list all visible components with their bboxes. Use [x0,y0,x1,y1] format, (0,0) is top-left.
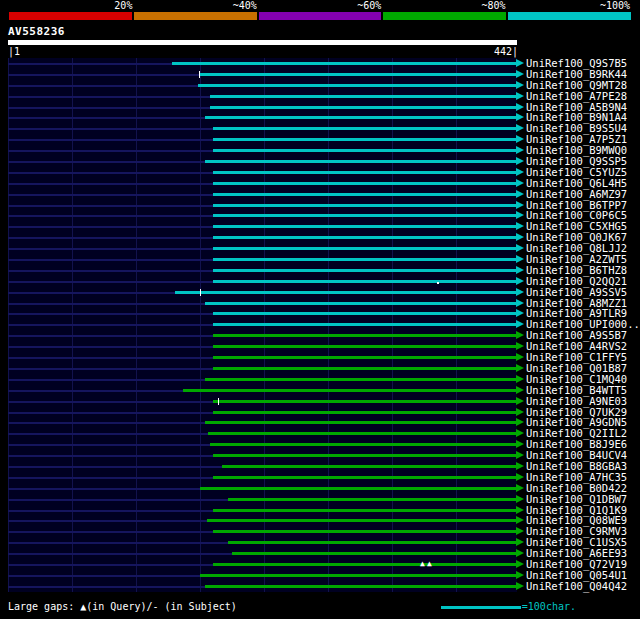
arrowhead-icon [516,299,524,307]
alignment-bar[interactable] [213,312,517,315]
gap-dot [437,282,439,284]
alignment-bar[interactable] [213,280,517,283]
scale-legend-bar [441,606,521,609]
alignment-bar[interactable] [213,356,517,359]
alignment-bar[interactable] [175,291,517,294]
alignment-bar[interactable] [205,585,517,588]
arrowhead-icon [516,124,524,132]
scale-label: ~60% [258,1,382,11]
alignment-row: UniRef100_A9NE03 [8,396,640,407]
arrowhead-icon [516,320,524,328]
alignment-bar[interactable] [213,247,517,250]
arrowhead-icon [516,135,524,143]
alignment-bar[interactable] [222,465,517,468]
alignment-id-label[interactable]: UniRef100_Q1DBW7 [526,494,627,505]
scale-legend: =100char. [441,601,576,613]
alignment-bar[interactable] [228,498,517,501]
alignment-bar[interactable] [200,487,517,490]
alignment-id-label[interactable]: UniRef100_A9NE03 [526,396,627,407]
alignment-bar[interactable] [205,116,517,119]
alignment-bar[interactable] [213,182,517,185]
alignment-bar[interactable] [213,454,517,457]
arrowhead-icon [516,353,524,361]
alignment-bar[interactable] [213,236,517,239]
arrowhead-icon [516,288,524,296]
alignment-bar[interactable] [213,476,517,479]
alignment-bar[interactable] [232,552,517,555]
alignment-bar[interactable] [213,149,517,152]
gaps-legend-label: Large gaps: ▲(in Query)/- (in Subject) [8,601,237,613]
alignment-bar[interactable] [205,378,517,381]
alignment-bar[interactable] [210,443,517,446]
arrowhead-icon [516,92,524,100]
scale-labels: 20%~40%~60%~80%~100% [9,1,631,11]
alignment-bar[interactable] [199,73,517,76]
alignment-bar[interactable] [208,432,517,435]
arrowhead-icon [516,81,524,89]
alignment-bar[interactable] [213,204,517,207]
alignment-bar[interactable] [210,95,517,98]
alignment-bar[interactable] [213,127,517,130]
alignment-bar[interactable] [210,106,517,109]
scale-label: ~100% [507,1,631,11]
status-bar: Large gaps: ▲(in Query)/- (in Subject) =… [8,601,632,613]
arrowhead-icon [516,440,524,448]
alignment-bar[interactable] [205,160,517,163]
alignment-bar[interactable] [213,193,517,196]
alignment-bar[interactable] [213,563,517,566]
alignment-bar[interactable] [228,541,517,544]
arrowhead-icon [516,516,524,524]
arrowhead-icon [516,462,524,470]
alignment-bar[interactable] [172,62,517,65]
blast-alignment-overview: 20%~40%~60%~80%~100% AV558236 |1 442| Un… [0,0,640,619]
arrowhead-icon [516,309,524,317]
alignment-bar[interactable] [183,389,517,392]
scale-bar [9,12,631,20]
arrowhead-icon [516,408,524,416]
arrowhead-icon [516,190,524,198]
alignment-bar[interactable] [213,400,517,403]
arrowhead-icon [516,571,524,579]
alignment-row: UniRef100_A6MZ97 [8,189,640,200]
scale-segment [134,12,257,20]
arrowhead-icon [516,429,524,437]
alignment-bar[interactable] [205,421,517,424]
query-gap-triangle: ▲ [427,560,432,568]
arrowhead-icon [516,255,524,263]
arrowhead-icon [516,506,524,514]
arrowhead-icon [516,70,524,78]
arrowhead-icon [516,331,524,339]
arrowhead-icon [516,473,524,481]
gap-tick [199,71,200,78]
alignment-bar[interactable] [213,225,517,228]
alignment-bar[interactable] [213,269,517,272]
alignment-bar[interactable] [200,574,517,577]
arrowhead-icon [516,233,524,241]
query-start-label: |1 [8,46,20,57]
alignment-bar[interactable] [213,367,517,370]
alignment-bar[interactable] [213,345,517,348]
arrowhead-icon [516,397,524,405]
query-name: AV558236 [8,26,65,37]
query-coords: |1 442| [8,46,518,57]
scale-label: ~80% [382,1,506,11]
arrowhead-icon [516,59,524,67]
alignment-bar[interactable] [213,138,517,141]
alignment-bar[interactable] [213,411,517,414]
arrowhead-icon [516,495,524,503]
alignment-bar[interactable] [207,519,517,522]
alignment-bar[interactable] [198,84,517,87]
alignment-bar[interactable] [205,302,517,305]
gap-tick [200,289,201,296]
alignment-bar[interactable] [213,509,517,512]
alignment-bar[interactable] [213,214,517,217]
alignment-bar[interactable] [213,530,517,533]
alignment-bar[interactable] [213,334,517,337]
arrowhead-icon [516,549,524,557]
arrowhead-icon [516,157,524,165]
arrowhead-icon [516,266,524,274]
alignment-bar[interactable] [213,323,517,326]
alignment-bar[interactable] [213,171,517,174]
alignment-bar[interactable] [213,258,517,261]
alignment-id-label[interactable]: UniRef100_Q04Q42 [526,581,627,592]
